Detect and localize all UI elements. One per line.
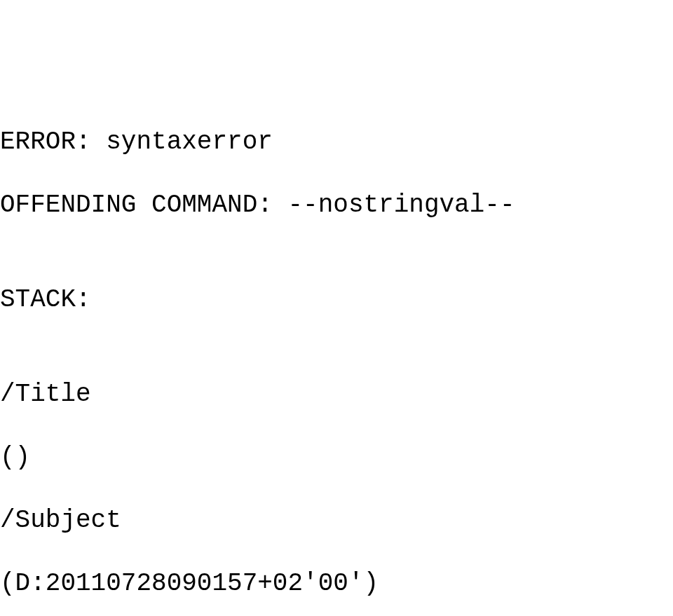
stack-label-line: STACK:: [0, 284, 673, 315]
error-line: ERROR: syntaxerror: [0, 126, 673, 158]
offending-command-line: OFFENDING COMMAND: --nostringval--: [0, 189, 673, 221]
title-value-line: (): [0, 442, 673, 473]
subject-key-line: /Subject: [0, 505, 673, 536]
title-key-line: /Title: [0, 378, 673, 410]
subject-value-line: (D:20110728090157+02'00'): [0, 568, 673, 599]
